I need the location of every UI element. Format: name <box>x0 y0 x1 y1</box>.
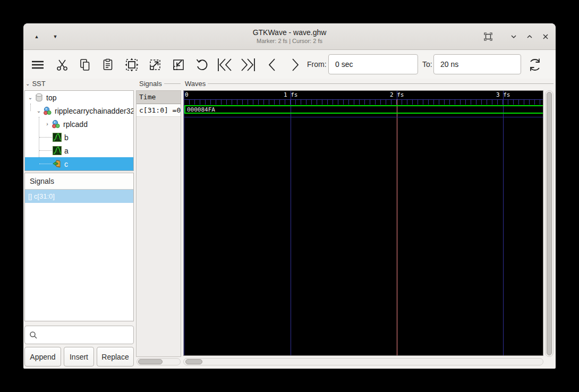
frame-line <box>164 83 181 84</box>
marker-cursor-status: Marker: 2 fs | Cursor: 2 fs <box>23 38 556 44</box>
tree-item-label: a <box>64 147 69 155</box>
bus-value: 000084FA <box>187 106 215 113</box>
paste-clipboard-icon <box>102 58 114 71</box>
scissors-cut-icon <box>56 58 68 71</box>
wave-canvas[interactable]: 0 1 fs 2 fs 3 fs 000084FA <box>183 90 543 356</box>
cut-button[interactable] <box>53 55 72 74</box>
port-out-icon <box>53 159 62 168</box>
zoom-fit-button[interactable] <box>122 55 141 74</box>
tree-item-ripplecarrychainadder32[interactable]: ⌄ ripplecarrychainadder32 <box>25 104 133 117</box>
signals-hscrollbar-thumb[interactable] <box>138 359 163 364</box>
shift-right-button[interactable] <box>286 55 305 74</box>
menu-button[interactable] <box>28 55 47 74</box>
replace-button[interactable]: Replace <box>97 347 134 367</box>
to-label: To: <box>422 60 432 69</box>
skip-to-end-icon <box>240 57 256 72</box>
chevron-right-icon <box>291 57 300 72</box>
copy-icon <box>79 58 91 71</box>
go-to-start-button[interactable] <box>215 55 234 74</box>
copy-button[interactable] <box>75 55 95 74</box>
marker-line-2fs[interactable] <box>397 99 397 356</box>
waves-header: Waves <box>185 80 554 88</box>
close-icon <box>542 33 549 40</box>
zoom-in-icon <box>148 58 162 72</box>
tree-item-label: b <box>64 133 69 142</box>
wave-signal-icon <box>53 133 62 142</box>
to-time-input[interactable]: 20 ns <box>433 54 521 74</box>
tree-guide <box>39 164 52 164</box>
chevron-left-icon <box>267 57 277 72</box>
waves-hscrollbar-thumb[interactable] <box>185 359 202 364</box>
triangle-down-icon: ▼ <box>53 34 58 39</box>
titlebar[interactable]: GTKWave - wave.ghw Marker: 2 fs | Cursor… <box>23 23 556 50</box>
bus-trace-c[interactable]: 000084FA <box>184 105 543 114</box>
signal-search-input[interactable] <box>24 326 134 344</box>
chevron-down-icon <box>510 33 517 40</box>
minimize-button[interactable] <box>507 30 521 44</box>
frame-line <box>208 83 554 84</box>
trace-separator <box>184 117 543 117</box>
time-header[interactable]: Time <box>137 91 181 104</box>
undo-button[interactable] <box>192 55 211 74</box>
sst-pane-header[interactable]: ⌄ SST <box>25 80 134 88</box>
reload-button[interactable] <box>525 55 544 74</box>
tree-item-a[interactable]: a <box>25 144 133 157</box>
timeline-ruler <box>184 99 543 105</box>
undo-icon <box>195 58 209 72</box>
module-icon <box>43 106 52 115</box>
tree-item-b[interactable]: b <box>25 131 133 144</box>
shift-up-button[interactable]: ▲ <box>30 30 44 44</box>
skip-to-start-icon <box>217 57 233 72</box>
zoom-out-button[interactable] <box>169 55 188 74</box>
close-button[interactable] <box>539 30 552 44</box>
chevron-up-icon <box>526 33 533 40</box>
signal-row-c[interactable]: c[31:0] =000084FA <box>137 104 181 117</box>
search-icon <box>29 331 38 339</box>
sst-pane-label: SST <box>32 80 45 88</box>
tree-item-c-selected[interactable]: c <box>25 157 133 171</box>
tree-item-rplcadd[interactable]: › rplcadd <box>25 117 133 131</box>
triangle-up-icon: ▲ <box>35 34 39 39</box>
gridline-1fs <box>291 91 291 355</box>
paste-button[interactable] <box>98 55 117 74</box>
from-label: From: <box>307 60 327 69</box>
expander-open-icon[interactable]: ⌄ <box>35 108 43 114</box>
tree-guide <box>39 137 52 138</box>
signals-hscrollbar[interactable] <box>137 358 181 365</box>
waves-vscrollbar-thumb[interactable] <box>547 92 552 355</box>
gtkwave-window: GTKWave - wave.ghw Marker: 2 fs | Cursor… <box>23 23 556 369</box>
module-icon <box>52 120 61 129</box>
waves-label: Waves <box>185 80 206 88</box>
from-time-input[interactable]: 0 sec <box>328 54 418 74</box>
timeline-tick-0: 0 <box>185 91 189 98</box>
tree-item-label: top <box>46 93 56 102</box>
window-title: GTKWave - wave.ghw <box>23 28 556 37</box>
sst-signals-list: Signals [] c[31:0] <box>24 173 134 321</box>
insert-button[interactable]: Insert <box>64 347 94 367</box>
fullscreen-button[interactable] <box>481 30 495 44</box>
maximize-button[interactable] <box>523 30 537 44</box>
expander-open-icon[interactable]: ⌄ <box>26 95 35 100</box>
chevron-down-icon: ⌄ <box>25 81 30 87</box>
zoom-out-icon <box>172 58 185 72</box>
go-to-end-button[interactable] <box>239 55 258 74</box>
expander-closed-icon[interactable]: › <box>43 121 52 127</box>
sst-tree: ⌄ top ⌄ ripplecarrychainadder32 › <box>24 90 134 171</box>
shift-down-button[interactable]: ▼ <box>48 30 62 44</box>
signals-column-label: Signals <box>139 80 162 88</box>
waves-vscrollbar[interactable] <box>545 90 554 357</box>
tree-item-top[interactable]: ⌄ top <box>25 91 133 104</box>
tree-item-label: rplcadd <box>63 120 88 129</box>
gridline-0 <box>184 91 184 355</box>
zoom-in-button[interactable] <box>146 55 165 74</box>
tree-guide <box>39 150 52 151</box>
reload-icon <box>527 57 542 72</box>
signals-list-item-c[interactable]: [] c[31:0] <box>25 190 133 203</box>
waves-hscrollbar[interactable] <box>183 358 543 365</box>
append-button[interactable]: Append <box>24 347 61 367</box>
fullscreen-icon <box>484 32 492 41</box>
shift-left-button[interactable] <box>262 55 282 74</box>
toolbar: From: 0 sec To: 20 ns <box>23 50 556 79</box>
database-icon <box>35 93 44 102</box>
tree-item-label: c <box>64 160 68 168</box>
